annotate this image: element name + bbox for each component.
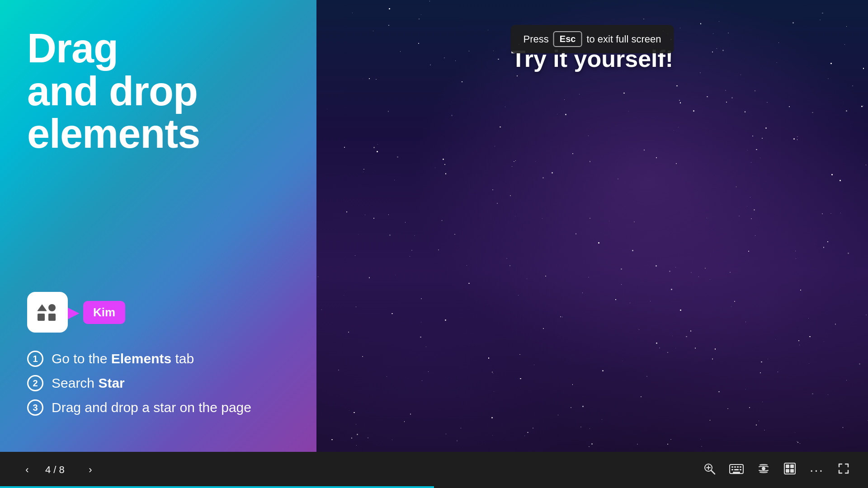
star: [800, 290, 801, 291]
star: [405, 222, 406, 223]
star: [701, 446, 702, 447]
star: [707, 96, 708, 98]
star: [557, 114, 557, 114]
star: [598, 242, 599, 244]
svg-rect-3: [48, 314, 56, 321]
next-slide-button[interactable]: ›: [81, 461, 99, 479]
star: [745, 322, 746, 322]
star: [760, 372, 761, 373]
bottom-section: ▶ Kim 1 Go to the Elements tab 2 Search …: [27, 292, 289, 416]
star: [827, 241, 828, 242]
star: [844, 44, 845, 45]
star: [745, 111, 745, 112]
star: [388, 25, 389, 26]
star: [542, 218, 542, 219]
star: [761, 361, 762, 362]
star: [454, 234, 455, 235]
star: [756, 424, 757, 426]
star: [429, 1, 430, 1]
star: [344, 295, 344, 296]
svg-rect-11: [737, 466, 739, 468]
star: [719, 21, 719, 22]
star: [357, 434, 358, 435]
star: [808, 318, 809, 319]
star: [693, 110, 694, 112]
nav-left: ‹ 4 / 8 ›: [18, 461, 99, 479]
star: [441, 220, 442, 221]
prev-slide-button[interactable]: ‹: [18, 461, 36, 479]
star: [680, 310, 681, 311]
instruction-number-2: 2: [27, 375, 43, 391]
star: [637, 444, 638, 445]
star: [715, 348, 716, 350]
zoom-icon[interactable]: [703, 462, 716, 478]
star: [498, 59, 499, 60]
star: [726, 102, 727, 103]
star: [492, 372, 492, 372]
star: [718, 391, 719, 392]
star: [515, 160, 516, 161]
star: [590, 161, 590, 162]
star: [356, 424, 357, 425]
keyboard-icon[interactable]: [729, 463, 744, 477]
star: [421, 14, 421, 15]
svg-rect-22: [790, 469, 794, 473]
layout-icon[interactable]: [783, 462, 796, 478]
star: [760, 158, 760, 158]
star: [731, 306, 731, 307]
star: [745, 389, 746, 389]
star: [831, 174, 833, 175]
star: [767, 102, 767, 103]
instruction-item-3: 3 Drag and drop a star on the page: [27, 399, 289, 416]
star: [643, 19, 644, 19]
star: [590, 428, 590, 429]
instruction-item-2: 2 Search Star: [27, 375, 289, 391]
star: [469, 51, 469, 51]
esc-suffix: to exit full screen: [586, 33, 661, 45]
esc-tooltip: Press Esc to exit full screen: [511, 25, 674, 53]
star: [571, 407, 571, 408]
star: [759, 421, 759, 421]
star: [515, 216, 515, 216]
star: [812, 112, 813, 113]
star: [863, 106, 863, 106]
svg-rect-2: [38, 314, 45, 321]
star: [656, 265, 657, 267]
broadcast-icon[interactable]: [757, 462, 770, 478]
star: [799, 345, 800, 345]
star: [351, 437, 352, 438]
star: [338, 370, 339, 371]
star: [411, 250, 412, 251]
esc-prefix: Press: [524, 33, 549, 45]
star: [638, 328, 638, 329]
more-options-icon[interactable]: ···: [810, 463, 824, 477]
star: [377, 144, 378, 145]
instruction-number-3: 3: [27, 399, 43, 416]
star: [710, 420, 711, 421]
fullscreen-exit-icon[interactable]: [837, 462, 850, 478]
star: [445, 173, 447, 174]
star: [764, 430, 765, 431]
star: [840, 213, 841, 213]
star: [700, 23, 701, 24]
star: [493, 373, 493, 374]
star: [656, 343, 657, 344]
star: [741, 75, 741, 75]
star: [797, 136, 798, 137]
star: [698, 277, 699, 277]
star: [488, 357, 490, 359]
star: [488, 30, 489, 31]
star: [797, 139, 797, 140]
star: [754, 209, 755, 211]
star: [492, 189, 493, 190]
star: [552, 172, 553, 174]
star: [358, 234, 359, 235]
star: [646, 376, 647, 377]
star: [355, 255, 355, 256]
star: [493, 51, 494, 51]
star: [859, 363, 860, 365]
star: [527, 432, 528, 433]
star: [535, 161, 536, 162]
star: [560, 316, 561, 317]
star: [800, 443, 800, 444]
